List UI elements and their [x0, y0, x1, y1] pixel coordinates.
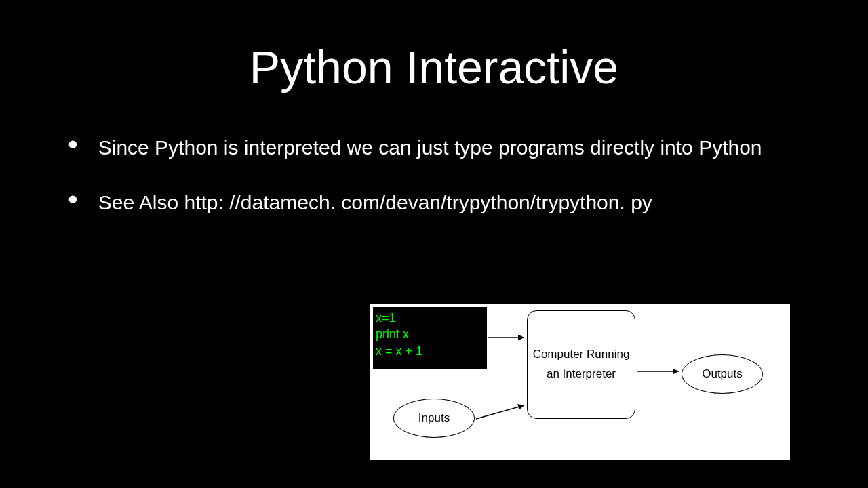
interpreter-box: Computer Running an Interpreter — [527, 310, 635, 419]
svg-line-1 — [476, 405, 524, 419]
bullet-list: • Since Python is interpreted we can jus… — [0, 134, 868, 216]
bullet-item: • Since Python is interpreted we can jus… — [68, 134, 814, 162]
code-box: x=1 print x x = x + 1 — [373, 307, 487, 369]
bullet-dot-icon: • — [68, 134, 78, 154]
bullet-text: See Also http: //datamech. com/devan/try… — [98, 189, 814, 217]
inputs-ellipse: Inputs — [393, 399, 475, 438]
interpreter-diagram: x=1 print x x = x + 1 Computer Running a… — [370, 304, 790, 460]
slide-title: Python Interactive — [0, 0, 868, 134]
bullet-item: • See Also http: //datamech. com/devan/t… — [68, 189, 814, 217]
outputs-ellipse: Outputs — [682, 354, 763, 394]
bullet-dot-icon: • — [68, 189, 78, 209]
bullet-text: Since Python is interpreted we can just … — [98, 134, 814, 162]
